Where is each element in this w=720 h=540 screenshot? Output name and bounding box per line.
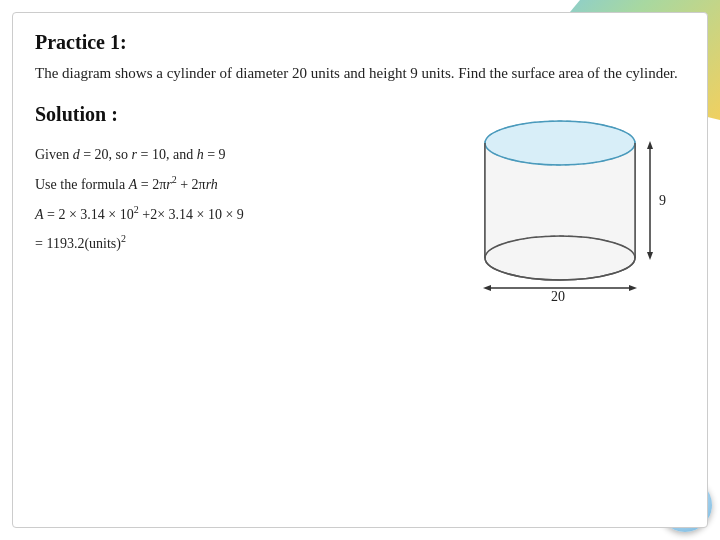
- problem-text: The diagram shows a cylinder of diameter…: [35, 62, 685, 85]
- cylinder-svg: 9 20: [445, 93, 675, 303]
- content-area: Solution : Given d = 20, so r = 10, and …: [35, 103, 685, 303]
- svg-marker-14: [629, 285, 637, 291]
- height-label: 9: [659, 193, 666, 208]
- solution-steps: Given d = 20, so r = 10, and h = 9 Use t…: [35, 142, 425, 257]
- step-2: Use the formula A = 2πr2 + 2πrh: [35, 171, 425, 197]
- svg-marker-13: [483, 285, 491, 291]
- solution-area: Solution : Given d = 20, so r = 10, and …: [35, 103, 425, 261]
- solution-title: Solution :: [35, 103, 425, 126]
- cylinder-diagram: 9 20: [445, 93, 685, 303]
- svg-marker-11: [647, 252, 653, 260]
- main-card: Practice 1: The diagram shows a cylinder…: [12, 12, 708, 528]
- diameter-label: 20: [551, 289, 565, 303]
- step-4: = 1193.2(units)2: [35, 230, 425, 256]
- practice-title: Practice 1:: [35, 31, 685, 54]
- svg-marker-10: [647, 141, 653, 149]
- step-1: Given d = 20, so r = 10, and h = 9: [35, 142, 425, 167]
- step-3: A = 2 × 3.14 × 102 +2× 3.14 × 10 × 9: [35, 201, 425, 227]
